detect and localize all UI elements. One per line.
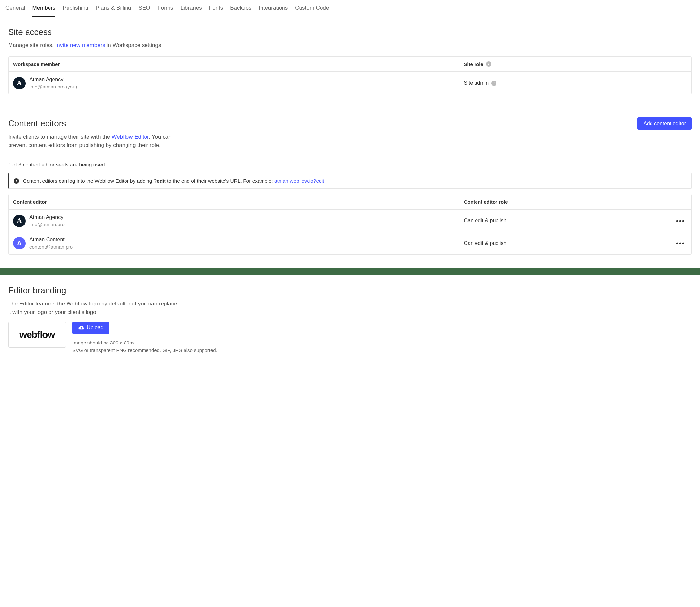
webflow-logo: webflow xyxy=(19,328,55,341)
editor-role-value: Can edit & publish xyxy=(464,217,506,224)
tab-backups[interactable]: Backups xyxy=(230,4,251,17)
banner-mid: to the end of their website's URL. For e… xyxy=(166,178,274,184)
editor-role-value: Can edit & publish xyxy=(464,239,506,247)
banner-bold: ?edit xyxy=(154,178,166,184)
divider-bar xyxy=(0,268,700,275)
info-icon[interactable]: i xyxy=(486,61,491,66)
editor-branding-panel: Editor branding The Editor features the … xyxy=(0,275,700,368)
tab-plans-billing[interactable]: Plans & Billing xyxy=(96,4,131,17)
more-options-icon[interactable]: ••• xyxy=(674,238,687,248)
hint-line-1: Image should be 300 × 80px. xyxy=(72,339,217,347)
editor-branding-subtitle: The Editor features the Webflow logo by … xyxy=(8,299,178,316)
editor-login-banner: i Content editors can log into the Webfl… xyxy=(8,173,692,189)
editor-email: content@atman.pro xyxy=(29,244,73,250)
content-editors-subtitle: Invite clients to manage their site with… xyxy=(8,133,178,149)
table-row: A Atman Agency info@atman.pro (you) Site… xyxy=(8,72,692,94)
example-url-link[interactable]: atman.webflow.io?edit xyxy=(274,178,324,184)
logo-preview: webflow xyxy=(8,321,66,348)
table-header: Workspace member Site role i xyxy=(8,57,692,72)
tab-publishing[interactable]: Publishing xyxy=(63,4,88,17)
tab-fonts[interactable]: Fonts xyxy=(209,4,223,17)
settings-tabs: General Members Publishing Plans & Billi… xyxy=(0,0,700,17)
site-access-title: Site access xyxy=(8,26,692,38)
site-access-subtitle-pre: Manage site roles. xyxy=(8,42,56,48)
tab-seo[interactable]: SEO xyxy=(138,4,150,17)
tab-libraries[interactable]: Libraries xyxy=(181,4,202,17)
content-editors-panel: Content editors Invite clients to manage… xyxy=(0,108,700,268)
more-options-icon[interactable]: ••• xyxy=(674,216,687,226)
upload-button[interactable]: Upload xyxy=(72,321,109,334)
avatar: A xyxy=(13,77,25,89)
banner-text: Content editors can log into the Webflow… xyxy=(23,177,324,185)
tab-members[interactable]: Members xyxy=(32,4,56,17)
header-editor-role-label: Content editor role xyxy=(464,198,508,205)
header-workspace-member: Workspace member xyxy=(8,57,459,71)
editor-role-cell: Can edit & publish ••• xyxy=(459,232,692,254)
content-editors-title: Content editors xyxy=(8,117,178,129)
avatar: A xyxy=(13,215,25,227)
upload-hints: Image should be 300 × 80px. SVG or trans… xyxy=(72,339,217,354)
seats-note: 1 of 3 content editor seats are being us… xyxy=(8,161,692,168)
header-editor-role: Content editor role xyxy=(459,194,692,209)
table-row: A Atman Agency info@atman.pro Can edit &… xyxy=(8,209,692,232)
tab-integrations[interactable]: Integrations xyxy=(259,4,288,17)
editor-email: info@atman.pro xyxy=(29,221,65,228)
tab-forms[interactable]: Forms xyxy=(157,4,173,17)
table-header: Content editor Content editor role xyxy=(8,194,692,209)
header-site-role-label: Site role xyxy=(464,61,483,67)
site-access-subtitle-post: in Workspace settings. xyxy=(105,42,163,48)
editor-cell: A Atman Agency info@atman.pro xyxy=(8,210,459,232)
webflow-editor-link[interactable]: Webflow Editor xyxy=(112,134,149,140)
info-icon[interactable]: i xyxy=(491,81,496,86)
upload-button-label: Upload xyxy=(87,325,104,331)
cloud-upload-icon xyxy=(78,326,84,330)
site-role-cell: Site admin i xyxy=(459,72,692,94)
site-access-subtitle: Manage site roles. Invite new members in… xyxy=(8,41,692,49)
editor-name: Atman Agency xyxy=(29,214,65,221)
add-content-editor-button[interactable]: Add content editor xyxy=(637,117,692,130)
member-name: Atman Agency xyxy=(29,76,77,83)
info-icon: i xyxy=(14,178,19,184)
banner-pre: Content editors can log into the Webflow… xyxy=(23,178,154,184)
avatar: A xyxy=(13,237,25,249)
tab-custom-code[interactable]: Custom Code xyxy=(295,4,329,17)
ce-subtitle-pre: Invite clients to manage their site with… xyxy=(8,134,112,140)
editor-role-cell: Can edit & publish ••• xyxy=(459,210,692,232)
header-site-role: Site role i xyxy=(459,57,692,71)
content-editors-table: Content editor Content editor role A Atm… xyxy=(8,194,692,255)
tab-general[interactable]: General xyxy=(5,4,25,17)
header-content-editor: Content editor xyxy=(8,194,459,209)
editor-branding-title: Editor branding xyxy=(8,285,692,296)
editor-name: Atman Content xyxy=(29,236,73,243)
site-role-value: Site admin xyxy=(464,79,489,86)
site-access-table: Workspace member Site role i A Atman Age… xyxy=(8,56,692,95)
member-email: info@atman.pro (you) xyxy=(29,83,77,90)
table-row: A Atman Content content@atman.pro Can ed… xyxy=(8,232,692,254)
member-cell: A Atman Agency info@atman.pro (you) xyxy=(8,72,459,94)
site-access-panel: Site access Manage site roles. Invite ne… xyxy=(0,17,700,108)
editor-cell: A Atman Content content@atman.pro xyxy=(8,232,459,254)
hint-line-2: SVG or transparent PNG recommended. GIF,… xyxy=(72,347,217,354)
invite-members-link[interactable]: Invite new members xyxy=(56,42,105,48)
